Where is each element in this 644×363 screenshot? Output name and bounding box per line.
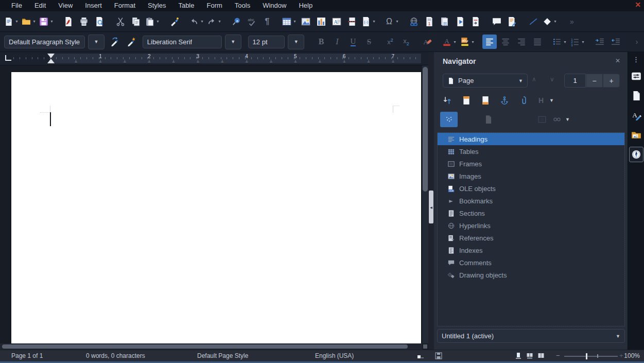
save-button[interactable]: ▾ [38,14,55,29]
paragraph-style-dropdown-arrow[interactable]: ▼ [88,34,105,49]
navigator-item-ole-objects[interactable]: OLEOLE objects [438,182,624,195]
insert-comment-button[interactable] [490,14,504,29]
insert-page-break-button[interactable] [345,14,359,29]
menu-help[interactable]: Help [292,0,319,11]
insert-hyperlink-button[interactable] [407,14,421,29]
undo-dropdown-arrow[interactable]: ▾ [200,19,204,24]
paragraph-style-combobox[interactable]: Default Paragraph Style [4,36,85,48]
copy-button[interactable] [129,14,143,29]
new-style-button[interactable] [125,34,139,49]
show-outline-level-button[interactable]: H▼ [535,93,554,108]
drag-mode-button[interactable]: ▼ [551,112,570,127]
ordered-list-button[interactable]: 123▾ [569,34,586,49]
spelling-button[interactable]: abc [245,14,259,29]
zoom-level[interactable]: 100% [624,352,640,359]
menu-edit[interactable]: Edit [28,0,52,11]
strikethrough-button[interactable]: S [362,34,376,49]
font-name-combobox[interactable]: Liberation Serif [143,36,222,48]
redo-button[interactable]: ▾ [206,14,222,29]
font-size-combobox[interactable]: 12 pt [248,36,285,48]
navigator-item-references[interactable]: References [438,232,624,244]
page-minus-button[interactable]: − [586,74,603,88]
undo-button[interactable]: ▾ [188,14,205,29]
navigator-item-sections[interactable]: Sections [438,207,624,219]
menu-window[interactable]: Window [256,0,292,11]
print-preview-button[interactable] [92,14,107,29]
tab-page[interactable] [629,88,643,103]
next-page-button[interactable]: ∨ [550,76,554,83]
set-reminder-button[interactable] [516,93,531,108]
font-size-dropdown-arrow[interactable]: ▼ [288,34,304,49]
insert-bookmark-button[interactable] [453,14,467,29]
language-field[interactable]: English (USA) [315,352,354,359]
vertical-scrollbar-thumb[interactable] [423,67,428,192]
document-selector-combobox[interactable]: Untitled 1 (active) ▼ [437,329,625,343]
navigator-item-tables[interactable]: Tables [438,145,624,158]
show-outline-level-dropdown-arrow[interactable]: ▼ [549,98,554,103]
previous-page-button[interactable]: ∧ [532,76,536,83]
update-style-button[interactable] [108,34,123,49]
sidebar-menu[interactable]: ⋮ [629,54,643,64]
new-document-button[interactable]: ▾ [3,14,20,29]
word-count-field[interactable]: 0 words, 0 characters [86,352,145,359]
tab-properties[interactable] [629,68,643,84]
unordered-list-dropdown-arrow[interactable]: ▾ [563,40,567,44]
font-name-dropdown-arrow[interactable]: ▼ [225,34,241,49]
find-and-replace-button[interactable]: a [229,14,243,29]
navigate-by-combobox[interactable]: Page ▼ [443,74,528,88]
cut-button[interactable] [113,14,128,29]
menu-format[interactable]: Format [108,0,142,11]
navigator-close-button[interactable]: ✕ [615,57,620,64]
navigator-item-headings[interactable]: Headings [438,133,624,145]
superscript-button[interactable]: x2 [383,34,397,49]
menu-table[interactable]: Table [172,0,200,11]
page-number-spinbox[interactable]: 1 [564,74,586,88]
document-page[interactable] [11,72,421,343]
horizontal-scrollbar-thumb[interactable] [2,344,408,349]
align-center-button[interactable] [498,34,513,49]
ordered-list-dropdown-arrow[interactable]: ▾ [581,40,585,44]
page-count-field[interactable]: Page 1 of 1 [11,352,43,359]
new-document-dropdown-arrow[interactable]: ▾ [14,19,19,24]
navigator-item-indexes[interactable]: Indexes [438,244,624,256]
insert-text-box-button[interactable]: A [329,14,344,29]
paste-button[interactable]: ▾ [144,14,161,29]
footer-button[interactable] [478,93,493,108]
align-left-button[interactable] [482,34,497,49]
insert-chart-button[interactable] [314,14,328,29]
navigator-item-comments[interactable]: Comments [438,256,624,269]
bold-button[interactable]: B [314,34,328,49]
highlight-color-button[interactable]: ab▾ [459,34,476,49]
sidebar-hide-handle[interactable]: ◀ [429,191,433,223]
navigator-item-frames[interactable]: Frames [438,158,624,170]
navigator-item-drawing-objects[interactable]: Drawing objects [438,269,624,281]
open-button[interactable]: ▾ [21,14,37,29]
insert-mode-icon[interactable] [417,354,424,361]
save-status-icon[interactable] [435,352,442,359]
subscript-button[interactable]: x2 [399,34,413,49]
menu-file[interactable]: File [5,0,28,11]
tab-navigator[interactable] [629,147,643,162]
formatting-overflow-button[interactable]: › [630,34,644,49]
single-page-view-button[interactable] [515,352,522,359]
formatting-marks-button[interactable]: ¶ [260,14,274,29]
menu-view[interactable]: View [52,0,79,11]
multi-page-view-button[interactable] [526,352,533,359]
insert-footnote-button[interactable]: 1 [422,14,437,29]
navigator-item-hyperlinks[interactable]: Hyperlinks [438,219,624,232]
clone-formatting-button[interactable] [167,14,182,29]
menu-form[interactable]: Form [200,0,228,11]
insert-image-button[interactable] [299,14,313,29]
redo-dropdown-arrow[interactable]: ▾ [217,19,222,24]
insert-endnote-button[interactable]: [i] [438,14,452,29]
zoom-in-button[interactable]: + [619,352,623,359]
book-view-button[interactable] [537,352,545,359]
font-color-dropdown-arrow[interactable]: ▾ [452,40,457,44]
track-changes-button[interactable] [505,14,519,29]
open-dropdown-arrow[interactable]: ▾ [32,19,37,24]
zoom-out-button[interactable]: − [556,352,560,359]
navigator-item-images[interactable]: Images [438,170,624,182]
window-close-button[interactable]: ✕ [635,1,641,9]
justify-button[interactable] [530,34,545,49]
insert-special-character-dropdown-arrow[interactable]: ▾ [395,19,399,24]
